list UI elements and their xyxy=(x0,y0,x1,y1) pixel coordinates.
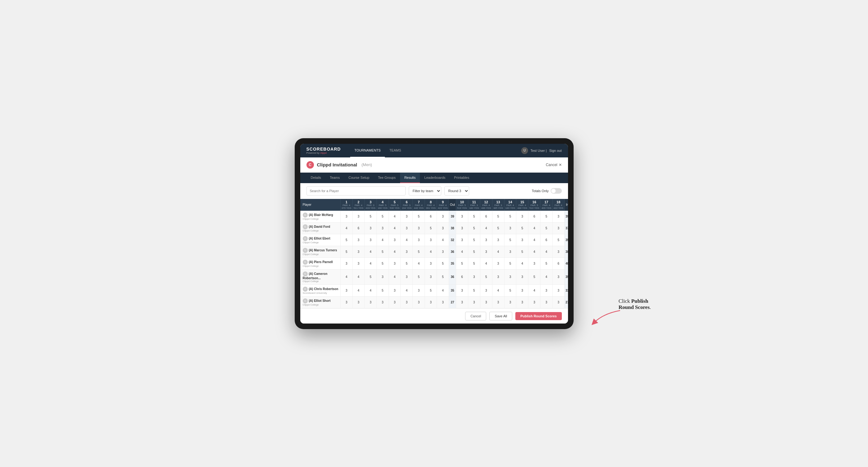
score-hole-3[interactable]: 5 xyxy=(365,269,376,284)
score-hole-5[interactable]: 3 xyxy=(389,296,401,308)
score-hole-18[interactable]: 3 xyxy=(553,269,565,284)
score-hole-10[interactable]: 5 xyxy=(456,257,468,269)
totals-only-toggle[interactable] xyxy=(551,188,562,194)
score-hole-13[interactable]: 3 xyxy=(492,269,504,284)
score-hole-16[interactable]: 3 xyxy=(528,296,540,308)
score-hole-5[interactable]: 4 xyxy=(389,269,401,284)
score-hole-11[interactable]: 5 xyxy=(468,284,480,296)
score-hole-4[interactable]: 3 xyxy=(376,296,389,308)
score-hole-2[interactable]: 3 xyxy=(352,257,365,269)
score-hole-4[interactable]: 5 xyxy=(376,257,389,269)
score-hole-17[interactable]: 3 xyxy=(540,284,553,296)
score-hole-16[interactable]: 3 xyxy=(528,257,540,269)
score-hole-9[interactable]: 5 xyxy=(437,257,449,269)
score-hole-16[interactable]: 6 xyxy=(528,211,540,222)
score-hole-15[interactable]: 5 xyxy=(516,222,528,234)
score-hole-8[interactable]: 5 xyxy=(425,222,437,234)
tournament-cancel-button[interactable]: Cancel ✕ xyxy=(546,163,561,167)
tab-tee-groups[interactable]: Tee Groups xyxy=(374,173,400,183)
score-hole-14[interactable]: 3 xyxy=(504,269,516,284)
tab-results[interactable]: Results xyxy=(400,173,420,183)
search-input[interactable] xyxy=(307,186,406,195)
score-hole-7[interactable]: 5 xyxy=(413,269,425,284)
score-hole-16[interactable]: 4 xyxy=(528,234,540,246)
score-hole-1[interactable]: 3 xyxy=(341,296,353,308)
score-hole-2[interactable]: 3 xyxy=(352,246,365,257)
score-hole-6[interactable]: 3 xyxy=(401,211,413,222)
score-hole-3[interactable]: 3 xyxy=(365,296,376,308)
score-hole-17[interactable]: 4 xyxy=(540,269,553,284)
score-hole-1[interactable]: 3 xyxy=(341,257,353,269)
score-hole-17[interactable]: 5 xyxy=(540,257,553,269)
score-hole-1[interactable]: 3 xyxy=(341,284,353,296)
score-hole-13[interactable]: 5 xyxy=(492,211,504,222)
score-hole-12[interactable]: 5 xyxy=(480,269,492,284)
tab-course-setup[interactable]: Course Setup xyxy=(344,173,374,183)
score-hole-5[interactable]: 4 xyxy=(389,222,401,234)
score-hole-16[interactable]: 5 xyxy=(528,269,540,284)
score-hole-11[interactable]: 5 xyxy=(468,257,480,269)
tab-details[interactable]: Details xyxy=(307,173,326,183)
score-hole-6[interactable]: 4 xyxy=(401,284,413,296)
score-hole-6[interactable]: 3 xyxy=(401,246,413,257)
score-hole-10[interactable]: 3 xyxy=(456,284,468,296)
score-hole-2[interactable]: 6 xyxy=(352,222,365,234)
score-hole-18[interactable]: 6 xyxy=(553,257,565,269)
score-hole-7[interactable]: 3 xyxy=(413,222,425,234)
score-hole-18[interactable]: 3 xyxy=(553,284,565,296)
score-hole-18[interactable]: 3 xyxy=(553,211,565,222)
score-hole-16[interactable]: 4 xyxy=(528,246,540,257)
score-hole-6[interactable]: 3 xyxy=(401,296,413,308)
score-hole-15[interactable]: 3 xyxy=(516,284,528,296)
score-hole-3[interactable]: 5 xyxy=(365,211,376,222)
score-hole-2[interactable]: 4 xyxy=(352,284,365,296)
score-hole-11[interactable]: 3 xyxy=(468,296,480,308)
score-hole-14[interactable]: 5 xyxy=(504,211,516,222)
score-hole-6[interactable]: 3 xyxy=(401,222,413,234)
score-hole-16[interactable]: 4 xyxy=(528,222,540,234)
score-hole-10[interactable]: 6 xyxy=(456,269,468,284)
score-hole-10[interactable]: 3 xyxy=(456,296,468,308)
score-hole-8[interactable]: 3 xyxy=(425,269,437,284)
score-hole-2[interactable]: 3 xyxy=(352,234,365,246)
score-hole-14[interactable]: 5 xyxy=(504,257,516,269)
tab-leaderboards[interactable]: Leaderboards xyxy=(420,173,450,183)
score-hole-8[interactable]: 4 xyxy=(425,246,437,257)
score-hole-10[interactable]: 4 xyxy=(456,246,468,257)
score-hole-14[interactable]: 3 xyxy=(504,246,516,257)
score-hole-12[interactable]: 3 xyxy=(480,284,492,296)
score-hole-5[interactable]: 4 xyxy=(389,246,401,257)
score-hole-6[interactable]: 5 xyxy=(401,257,413,269)
score-hole-13[interactable]: 3 xyxy=(492,257,504,269)
score-hole-12[interactable]: 4 xyxy=(480,222,492,234)
score-hole-15[interactable]: 3 xyxy=(516,211,528,222)
score-hole-16[interactable]: 4 xyxy=(528,284,540,296)
score-hole-15[interactable]: 5 xyxy=(516,246,528,257)
score-hole-11[interactable]: 5 xyxy=(468,246,480,257)
score-hole-4[interactable]: 5 xyxy=(376,211,389,222)
score-hole-17[interactable]: 3 xyxy=(540,296,553,308)
score-hole-2[interactable]: 3 xyxy=(352,211,365,222)
score-hole-9[interactable]: 4 xyxy=(437,284,449,296)
score-hole-12[interactable]: 3 xyxy=(480,234,492,246)
score-hole-4[interactable]: 5 xyxy=(376,284,389,296)
score-hole-4[interactable]: 4 xyxy=(376,234,389,246)
score-hole-3[interactable]: 4 xyxy=(365,246,376,257)
score-hole-14[interactable]: 5 xyxy=(504,284,516,296)
score-hole-13[interactable]: 3 xyxy=(492,234,504,246)
score-hole-13[interactable]: 5 xyxy=(492,222,504,234)
score-hole-1[interactable]: 5 xyxy=(341,234,353,246)
score-hole-7[interactable]: 4 xyxy=(413,257,425,269)
score-hole-17[interactable]: 5 xyxy=(540,211,553,222)
score-hole-12[interactable]: 4 xyxy=(480,257,492,269)
score-hole-12[interactable]: 6 xyxy=(480,211,492,222)
score-hole-11[interactable]: 5 xyxy=(468,222,480,234)
score-hole-13[interactable]: 4 xyxy=(492,246,504,257)
score-hole-18[interactable]: 3 xyxy=(553,222,565,234)
score-hole-5[interactable]: 3 xyxy=(389,257,401,269)
score-hole-9[interactable]: 4 xyxy=(437,234,449,246)
score-hole-8[interactable]: 3 xyxy=(425,234,437,246)
score-hole-8[interactable]: 3 xyxy=(425,257,437,269)
score-hole-14[interactable]: 3 xyxy=(504,222,516,234)
score-hole-15[interactable]: 3 xyxy=(516,234,528,246)
